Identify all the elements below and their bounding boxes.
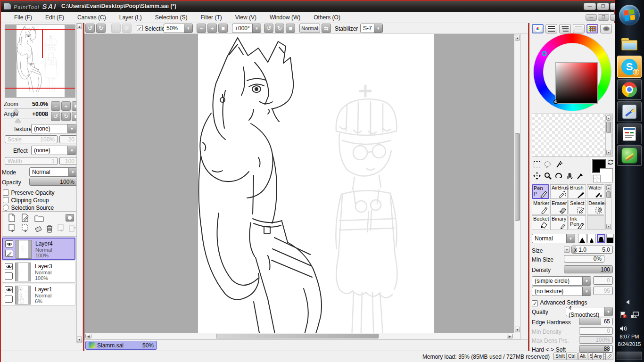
key-alt-button[interactable]: Alt — [578, 353, 587, 360]
chevron-down-icon[interactable]: ▼ — [582, 277, 591, 285]
layer-visibility-toggle[interactable] — [5, 263, 13, 270]
selection-rotate-button[interactable]: ⟳ — [122, 24, 132, 33]
layer-visibility-toggle[interactable] — [5, 240, 13, 247]
selection-checkbox[interactable]: ✓ — [137, 25, 143, 31]
layer-visibility-toggle[interactable] — [5, 286, 13, 293]
magic-wand-tool[interactable] — [553, 159, 563, 170]
clipping-group-checkbox[interactable] — [3, 197, 9, 203]
texture-dropdown[interactable]: (none)▼ — [31, 124, 76, 133]
navigator-zoom-row[interactable]: Zoom50.0% — [4, 101, 49, 108]
taskbar-sai-button[interactable] — [617, 101, 642, 122]
texture-scale-slider[interactable]: Scale100% — [5, 135, 58, 143]
show-desktop-button[interactable] — [617, 352, 642, 360]
doc-minimize-button[interactable]: — — [586, 14, 597, 21]
scroll-up-arrow[interactable]: ▲ — [606, 115, 611, 121]
marquee-tool[interactable] — [532, 159, 542, 170]
swatches-scrollbar[interactable]: ▲ ▼ — [605, 115, 612, 156]
redo-button[interactable]: ↻ — [96, 24, 106, 33]
menu-canvas[interactable]: Canvas (C) — [71, 13, 113, 22]
layer-row-layer3[interactable]: Layer3 Normal 100% — [2, 261, 75, 283]
zoom-dropdown[interactable]: 50%▼ — [164, 24, 193, 33]
layer-mask-button[interactable] — [66, 214, 74, 222]
flip-view-button[interactable]: ⇆ — [322, 24, 331, 33]
hue-marker[interactable] — [542, 51, 547, 56]
menu-window[interactable]: Window (W) — [263, 13, 307, 22]
clock-time[interactable]: 8:07 PM — [615, 334, 644, 339]
chevron-down-icon[interactable]: ▼ — [374, 24, 382, 33]
hsv-slider-mode-button[interactable] — [559, 24, 571, 33]
move-tool[interactable] — [532, 170, 542, 181]
tool-deselect[interactable]: Deselect — [587, 200, 604, 214]
nav-zoom-in-button[interactable]: ＋ — [61, 101, 71, 111]
undo-button[interactable]: ↺ — [85, 24, 95, 33]
brush-texture-strength[interactable]: 95 — [593, 287, 613, 295]
paste-layer-icon[interactable] — [57, 224, 66, 233]
color-wheel-mode-button[interactable] — [532, 24, 544, 33]
zoom-in-button[interactable]: ＋ — [207, 24, 217, 33]
tool-marker[interactable]: Marker — [532, 200, 549, 214]
stabilizer-dropdown[interactable]: S-7▼ — [360, 24, 383, 33]
notification-expand-arrow[interactable] — [626, 300, 629, 304]
action-center-flag-icon[interactable] — [619, 311, 627, 319]
chevron-down-icon[interactable]: ▼ — [184, 24, 192, 33]
tool-eraser[interactable]: Eraser — [550, 200, 568, 214]
advanced-settings-checkbox[interactable]: ✓ — [532, 300, 538, 306]
taskbar-skype-button[interactable]: S 3 — [617, 56, 642, 78]
doc-restore-button[interactable]: ❐ — [598, 14, 609, 21]
tool-inkpen[interactable]: Ink Pen — [569, 215, 586, 230]
tool-brush[interactable]: Brush — [569, 184, 586, 199]
scroll-down-arrow[interactable]: ▼ — [606, 224, 611, 229]
duplicate-layer-icon[interactable] — [68, 224, 77, 233]
menu-view[interactable]: View (V) — [229, 13, 263, 22]
swatches-scroll-thumb[interactable] — [606, 122, 611, 133]
saturation-value-square[interactable] — [555, 62, 598, 104]
chevron-down-icon[interactable]: ▼ — [566, 234, 575, 243]
max-dens-slider[interactable]: 100% — [579, 336, 613, 344]
canvas-page[interactable] — [198, 34, 434, 339]
rgb-slider-mode-button[interactable] — [545, 24, 557, 33]
size-slider[interactable]: x 1.05.0 — [571, 246, 613, 254]
layer-opacity-slider[interactable]: 100% — [29, 178, 77, 186]
canvas-vscrollbar[interactable]: ▲ ▼ — [514, 34, 521, 333]
tool-grid-scrollbar[interactable]: ▲ ▼ — [605, 184, 612, 230]
swatches-panel[interactable]: ▲ ▼ — [532, 114, 613, 157]
texture-strength-box[interactable]: 20 — [59, 135, 77, 143]
preserve-opacity-checkbox[interactable] — [3, 189, 9, 196]
taskbar-script-app-button[interactable] — [617, 123, 642, 144]
scroll-down-arrow[interactable]: ▼ — [515, 327, 520, 332]
canvas-viewport[interactable]: ▲ ▼ ◀ ▶ — [84, 34, 521, 339]
selection-source-row[interactable]: Selection Source — [3, 203, 54, 212]
brush-tip-flat[interactable] — [597, 234, 605, 243]
size-unit-button[interactable]: ▼ — [564, 247, 570, 253]
canvas-hscrollbar[interactable]: ◀ ▶ — [84, 333, 521, 339]
new-folder-icon[interactable] — [34, 214, 44, 222]
rotate-ccw-button[interactable]: ↺ — [264, 24, 273, 33]
color-wheel[interactable] — [534, 33, 611, 111]
scroll-up-arrow[interactable]: ▲ — [515, 35, 520, 41]
angle-dropdown[interactable]: +000°▼ — [232, 24, 261, 33]
scroll-down-arrow[interactable]: ▼ — [606, 150, 611, 155]
chevron-down-icon[interactable]: ▼ — [582, 287, 591, 296]
hand-tool[interactable] — [564, 170, 574, 181]
scroll-right-arrow[interactable]: ▶ — [507, 334, 513, 338]
scroll-up-arrow[interactable]: ▲ — [77, 24, 82, 29]
effect-width-slider[interactable]: Width1 — [5, 157, 58, 165]
navigator-preview[interactable] — [5, 25, 75, 98]
rotate-reset-button[interactable]: ■ — [286, 24, 295, 33]
lasso-tool[interactable] — [543, 159, 553, 170]
selection-source-radio[interactable] — [3, 205, 9, 211]
key-ctrl-button[interactable]: Ctrl — [566, 353, 578, 360]
zoom-tool[interactable] — [543, 170, 553, 181]
chevron-down-icon[interactable]: ▼ — [252, 24, 261, 33]
brush-blend-dropdown[interactable]: Normal▼ — [532, 234, 575, 243]
key-shift-button[interactable]: Shift — [553, 353, 567, 360]
tool-select[interactable]: Select — [569, 200, 586, 214]
chevron-down-icon[interactable]: ▼ — [67, 146, 76, 155]
volume-icon[interactable] — [619, 325, 628, 332]
tool-airbrush[interactable]: AirBrush — [550, 184, 568, 199]
brush-texture-dropdown[interactable]: (no texture)▼ — [532, 287, 591, 296]
taskbar-paint-app-button[interactable] — [617, 145, 642, 166]
background-color[interactable] — [600, 168, 613, 182]
chevron-down-icon[interactable]: ▼ — [604, 307, 612, 316]
hscroll-thumb[interactable] — [216, 334, 379, 338]
